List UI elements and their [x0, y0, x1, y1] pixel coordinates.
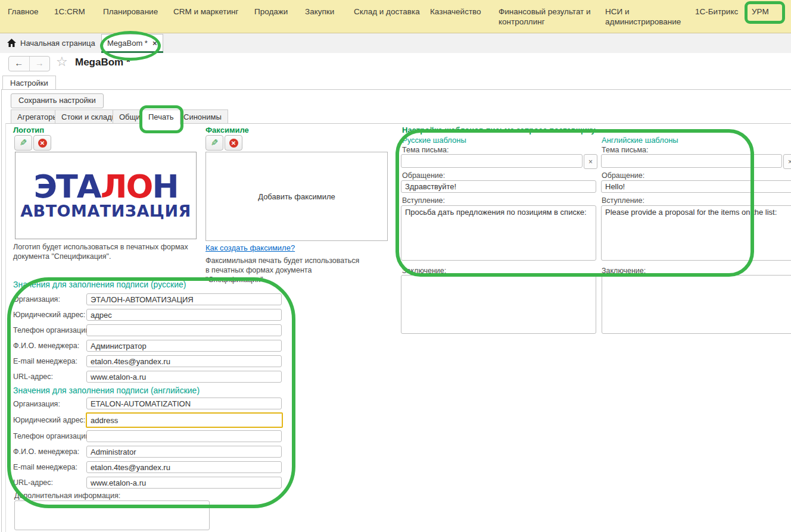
home-icon[interactable] — [7, 38, 17, 49]
menu-item-planirovanie[interactable]: Планирование — [103, 7, 158, 17]
panel-top-border — [1, 89, 791, 90]
fax-delete-button[interactable]: ✕ — [225, 135, 242, 151]
ru-greeting-label: Обращение: — [402, 171, 445, 180]
tab-close-icon[interactable]: × — [152, 39, 157, 48]
en-phone-label: Телефон организации: — [13, 432, 92, 440]
menu-item-1c-crm[interactable]: 1С:CRM — [54, 7, 85, 17]
ru-phone-label: Телефон организации: — [13, 326, 92, 334]
fax-placeholder-box[interactable]: Добавить факсимиле — [205, 152, 388, 241]
section-menubar: Главное 1С:CRM Планирование CRM и маркет… — [0, 0, 791, 33]
templates-ru-title: Русские шаблоны — [402, 136, 466, 145]
delete-icon: ✕ — [38, 139, 47, 148]
subtab-panel-border — [5, 123, 791, 124]
pencil-icon: ✎ — [20, 137, 27, 148]
ru-org-label: Организация: — [13, 295, 60, 303]
signature-ru-title: Значения для заполнения подписи (русские… — [13, 280, 186, 289]
ru-url-label: URL-адрес: — [13, 373, 53, 381]
additional-info-textarea[interactable] — [14, 500, 210, 530]
fax-caption: Факсимильная печать будет использоваться… — [205, 256, 360, 284]
en-subject-clear-button[interactable]: × — [783, 154, 791, 169]
fax-section-title: Факсимиле — [205, 126, 249, 134]
en-conclusion-textarea[interactable] — [602, 275, 791, 334]
logo-word-etalon: ЭТАЛОН — [33, 171, 177, 202]
signature-en-title: Значения для заполнения подписи (английс… — [13, 386, 200, 395]
ru-email-label: E-mail менеджера: — [13, 357, 77, 365]
menu-item-prodazhi[interactable]: Продажи — [254, 7, 288, 17]
delete-icon: ✕ — [229, 139, 238, 148]
subtab-panel-left-border — [5, 123, 6, 532]
en-subject-label: Тема письма: — [602, 146, 648, 154]
fax-edit-button[interactable]: ✎ — [205, 135, 223, 151]
en-greeting-input[interactable] — [601, 180, 791, 193]
panel-left-border — [1, 89, 2, 532]
pencil-icon: ✎ — [211, 137, 219, 148]
en-intro-label: Вступление: — [602, 196, 644, 205]
ru-subject-input[interactable] — [401, 154, 583, 168]
back-arrow-icon[interactable]: ← — [9, 57, 30, 71]
menu-item-zakupki[interactable]: Закупки — [305, 7, 334, 17]
en-manager-label: Ф.И.О. менеджера: — [13, 447, 79, 456]
ru-address-label: Юридический адрес: — [13, 311, 85, 319]
forward-arrow-icon[interactable]: → — [30, 57, 50, 71]
save-settings-button[interactable]: Сохранить настройки — [11, 93, 104, 108]
logo-image: ЭТАЛОН АВТОМАТИЗАЦИЯ — [15, 152, 197, 239]
favorite-star-icon[interactable]: ☆ — [56, 54, 68, 70]
ru-subject-label: Тема письма: — [402, 146, 449, 154]
en-phone-input[interactable] — [86, 430, 282, 442]
logo-delete-button[interactable]: ✕ — [33, 135, 51, 151]
templates-en-title: Английские шаблоны — [602, 136, 678, 145]
ru-email-input[interactable] — [86, 355, 282, 367]
en-email-input[interactable] — [86, 461, 282, 473]
tab-megabom[interactable]: MegaBom * × — [101, 34, 163, 52]
ru-intro-label: Вступление: — [402, 196, 445, 205]
additional-info-label: Дополнительная информация: — [14, 492, 120, 500]
en-conclusion-label: Заключение: — [602, 267, 646, 275]
menu-item-finrezultat[interactable]: Финансовый результат и контроллинг — [499, 7, 601, 27]
ru-url-input[interactable] — [86, 371, 282, 383]
ru-manager-label: Ф.И.О. менеджера: — [13, 342, 79, 350]
logo-word-avtomatizaciya: АВТОМАТИЗАЦИЯ — [20, 202, 191, 220]
ru-subject-clear-button[interactable]: × — [584, 154, 597, 169]
ru-org-input[interactable] — [86, 293, 282, 305]
menu-item-glavnoe[interactable]: Главное — [8, 7, 39, 17]
tab-nastroyki[interactable]: Настройки — [2, 76, 56, 90]
logo-caption: Логотип будет использоваться в печатных … — [13, 242, 201, 261]
page-title: MegaBom * — [75, 57, 130, 68]
window-tabbar: Начальная страница MegaBom * × — [0, 33, 791, 54]
ru-address-input[interactable] — [86, 309, 282, 321]
menu-item-nsi[interactable]: НСИ и администрирование — [605, 7, 686, 27]
subtab-sinonimy[interactable]: Синонимы — [177, 109, 228, 124]
en-org-input[interactable] — [86, 398, 282, 409]
ru-phone-input[interactable] — [86, 324, 282, 336]
ru-conclusion-label: Заключение: — [402, 267, 446, 275]
logo-edit-button[interactable]: ✎ — [14, 135, 32, 151]
menu-item-kaznacheystvo[interactable]: Казначейство — [430, 7, 481, 17]
history-nav-group: ← → — [8, 56, 50, 71]
ru-manager-input[interactable] — [86, 340, 282, 352]
ru-conclusion-textarea[interactable] — [401, 275, 596, 334]
app-window: Главное 1С:CRM Планирование CRM и маркет… — [0, 0, 791, 532]
en-subject-input[interactable] — [601, 154, 782, 168]
en-address-input-focused[interactable] — [86, 412, 283, 428]
templates-section-title: Настройка шаблонов письма запроса постав… — [402, 126, 595, 134]
en-address-label: Юридический адрес: — [13, 416, 85, 424]
en-url-label: URL-адрес: — [13, 478, 53, 487]
en-intro-textarea[interactable]: Please provide a proposal for the items … — [601, 205, 791, 261]
subtab-pechat[interactable]: Печать — [142, 109, 180, 124]
menu-item-sklad[interactable]: Склад и доставка — [354, 7, 420, 17]
menu-item-bitrix[interactable]: 1С-Битрикс — [695, 7, 738, 17]
ru-intro-textarea[interactable]: Просьба дать предложения по позициям в с… — [401, 205, 596, 261]
menu-item-urm[interactable]: УРМ — [752, 7, 769, 17]
menu-item-crm-marketing[interactable]: CRM и маркетинг — [173, 7, 238, 17]
en-email-label: E-mail менеджера: — [13, 463, 77, 471]
nav-row: ← → ☆ MegaBom * — [0, 53, 791, 73]
fax-placeholder-text: Добавить факсимиле — [258, 192, 335, 201]
ru-greeting-input[interactable] — [401, 180, 596, 193]
tab-home-page[interactable]: Начальная страница — [20, 39, 95, 48]
en-greeting-label: Обращение: — [602, 171, 644, 180]
logo-section-title: Логотип — [13, 126, 44, 134]
en-url-input[interactable] — [86, 477, 282, 489]
en-manager-input[interactable] — [86, 446, 282, 458]
en-org-label: Организация: — [13, 400, 60, 408]
fax-howto-link[interactable]: Как создать факсимиле? — [205, 243, 295, 252]
